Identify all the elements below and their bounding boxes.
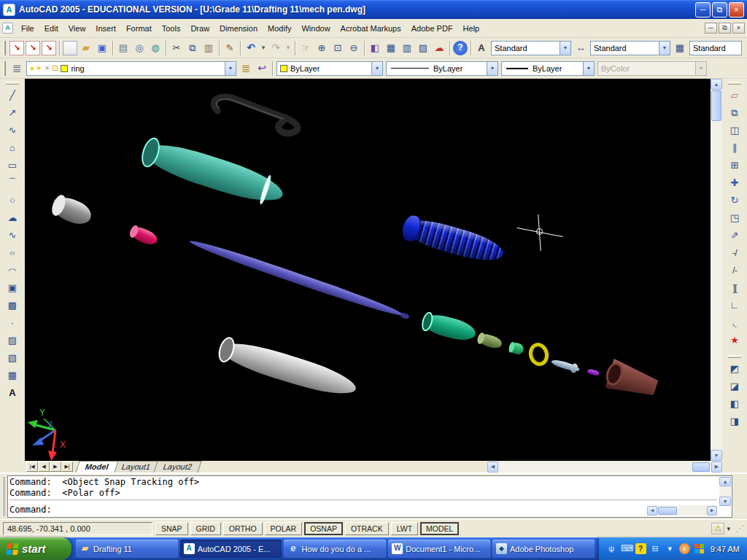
toolbar-grip[interactable] bbox=[4, 41, 6, 55]
circle-icon[interactable]: ○ bbox=[4, 192, 21, 209]
send-to-back-icon[interactable]: ◪ bbox=[726, 378, 743, 395]
taskbar-task-how-do-you-do-a-[interactable]: eHow do you do a ... bbox=[284, 540, 386, 558]
ellipse-icon[interactable]: ○ bbox=[4, 248, 21, 259]
bring-above-icon[interactable]: ◧ bbox=[726, 396, 743, 413]
lineweight-combo[interactable]: ByLayer bbox=[501, 61, 595, 76]
taskbar-task-adobe-photoshop[interactable]: ◆Adobe Photoshop bbox=[492, 540, 595, 558]
pdf-convert-icon[interactable]: ↘ bbox=[9, 41, 24, 55]
part-lead-tube[interactable] bbox=[188, 236, 406, 319]
menu-file[interactable]: File bbox=[16, 22, 39, 35]
taskbar-task-document1-micro-[interactable]: WDocument1 - Micro... bbox=[388, 540, 490, 558]
part-nose-cone[interactable] bbox=[601, 357, 660, 402]
toolbar-grip[interactable] bbox=[4, 61, 6, 76]
bring-to-front-icon[interactable]: ◩ bbox=[726, 361, 743, 378]
help-center-icon[interactable] bbox=[635, 543, 646, 554]
minimize-button[interactable]: ─ bbox=[695, 2, 711, 18]
scrollbar-thumb[interactable] bbox=[711, 90, 721, 121]
dim-style-icon[interactable]: ↔ bbox=[573, 41, 588, 55]
zoom-previous-icon[interactable]: ⊖ bbox=[347, 41, 361, 55]
pdf-convert-email-icon[interactable]: ↘ bbox=[26, 41, 40, 55]
dim-style-combo[interactable]: Standard bbox=[590, 41, 670, 55]
table-icon[interactable]: ▦ bbox=[4, 368, 21, 384]
save-icon[interactable]: ▣ bbox=[95, 41, 109, 55]
menu-adobe-pdf[interactable]: Adobe PDF bbox=[406, 22, 458, 35]
undo-icon[interactable]: ↶ bbox=[244, 41, 258, 55]
part-pocket-clip[interactable] bbox=[201, 92, 308, 140]
extend-icon[interactable]: /- bbox=[726, 262, 743, 279]
send-under-icon[interactable]: ◨ bbox=[726, 413, 743, 430]
status-toggle-osnap[interactable]: OSNAP bbox=[304, 522, 343, 535]
part-small-gray-cylinder[interactable] bbox=[50, 193, 94, 228]
linetype-combo[interactable]: ByLayer bbox=[386, 61, 498, 76]
scale-icon[interactable]: ◳ bbox=[726, 210, 743, 227]
menu-tools[interactable]: Tools bbox=[157, 22, 186, 35]
part-pink-eraser[interactable] bbox=[128, 225, 159, 247]
publish-icon[interactable]: ◍ bbox=[148, 41, 163, 55]
layer-combo-caret-icon[interactable] bbox=[225, 62, 236, 75]
stretch-icon[interactable]: ⇗ bbox=[726, 228, 743, 244]
scroll-down-icon[interactable]: ▼ bbox=[711, 450, 722, 461]
designcenter-icon[interactable]: ▦ bbox=[384, 41, 398, 55]
linetype-combo-caret-icon[interactable] bbox=[487, 62, 498, 75]
zoom-window-icon[interactable]: ⊡ bbox=[330, 41, 345, 55]
layer-manager-icon[interactable]: ≣ bbox=[239, 61, 253, 76]
menu-insert[interactable]: Insert bbox=[90, 22, 121, 35]
sheetset-manager-icon[interactable]: ▥ bbox=[400, 41, 414, 55]
canvas-horizontal-scrollbar[interactable]: ◀ ▶ bbox=[487, 462, 722, 472]
part-metal-ring[interactable] bbox=[527, 341, 551, 368]
array-icon[interactable]: ⊞ bbox=[726, 158, 743, 174]
status-toggle-otrack[interactable]: OTRACK bbox=[345, 522, 389, 535]
color-combo-caret-icon[interactable] bbox=[371, 62, 382, 75]
properties-palette-icon[interactable]: ◧ bbox=[368, 41, 382, 55]
communication-center-icon[interactable]: ⚠ bbox=[711, 523, 724, 534]
trim-icon[interactable]: -/ bbox=[726, 245, 743, 262]
help-icon[interactable]: ? bbox=[453, 41, 468, 55]
paste-icon[interactable]: ▥ bbox=[201, 41, 216, 55]
part-lower-barrel[interactable] bbox=[217, 335, 360, 402]
start-button[interactable]: start bbox=[0, 537, 71, 560]
scroll-right-icon[interactable]: ▶ bbox=[711, 462, 722, 472]
next-tab-button[interactable] bbox=[50, 462, 61, 472]
toolbar-grip[interactable] bbox=[6, 82, 19, 85]
revcloud-icon[interactable]: ☁ bbox=[4, 210, 21, 227]
part-chuck[interactable] bbox=[477, 332, 503, 350]
mdi-restore-button[interactable]: ⧉ bbox=[719, 23, 731, 34]
msn-icon[interactable] bbox=[694, 543, 705, 554]
zoom-realtime-icon[interactable]: ⊕ bbox=[314, 41, 329, 55]
insert-block-icon[interactable]: ▣ bbox=[4, 280, 21, 297]
status-tray-caret-icon[interactable]: ▾ bbox=[727, 525, 730, 532]
break-icon[interactable]: ][ bbox=[726, 280, 743, 297]
color-combo[interactable]: ByLayer bbox=[276, 61, 383, 76]
part-spring[interactable] bbox=[400, 214, 506, 268]
preview-icon[interactable]: ◎ bbox=[132, 41, 147, 55]
command-prompt[interactable]: Command: bbox=[9, 504, 644, 516]
markupset-manager-icon[interactable]: ☁ bbox=[432, 41, 446, 55]
part-upper-barrel[interactable] bbox=[139, 136, 287, 210]
part-eraser-holder[interactable] bbox=[421, 311, 478, 343]
scroll-left-icon[interactable]: ◀ bbox=[487, 462, 498, 472]
mtext-icon[interactable]: A bbox=[4, 385, 21, 402]
dim-style-caret-icon[interactable] bbox=[659, 42, 670, 55]
table-style-icon[interactable]: ▦ bbox=[673, 41, 687, 55]
menu-format[interactable]: Format bbox=[121, 22, 157, 35]
tab-model[interactable]: Model bbox=[75, 461, 118, 472]
menu-dimension[interactable]: Dimension bbox=[214, 22, 263, 35]
scrollbar-thumb[interactable] bbox=[658, 507, 677, 515]
taskbar-task-autocad-2005-e-[interactable]: AAutoCAD 2005 - E... bbox=[180, 540, 282, 558]
pdf-comments-icon[interactable]: ↘ bbox=[42, 41, 56, 55]
scroll-left-icon[interactable]: ◀ bbox=[647, 506, 657, 516]
prev-tab-button[interactable] bbox=[38, 462, 50, 472]
status-toggle-grid[interactable]: GRID bbox=[190, 522, 221, 535]
tab-layout1[interactable]: Layout1 bbox=[112, 461, 160, 472]
scrollbar-thumb[interactable] bbox=[692, 462, 710, 472]
mirror-icon[interactable]: ◫ bbox=[726, 122, 743, 139]
text-style-combo[interactable]: Standard bbox=[491, 41, 571, 55]
command-window-grip[interactable] bbox=[2, 477, 5, 516]
scroll-down-icon[interactable]: ▼ bbox=[719, 497, 731, 506]
text-style-icon[interactable]: A bbox=[474, 41, 489, 55]
open-icon[interactable]: ▰ bbox=[79, 41, 93, 55]
cut-icon[interactable]: ✂ bbox=[169, 41, 184, 55]
command-vertical-scrollbar[interactable]: ▲ ▼ bbox=[719, 477, 731, 506]
tray-caret-icon[interactable] bbox=[665, 543, 676, 554]
rectangle-icon[interactable]: ▭ bbox=[4, 158, 21, 174]
